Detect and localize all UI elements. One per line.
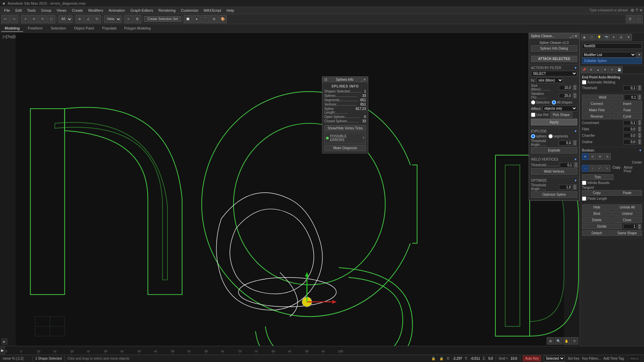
color-btn[interactable]: 🎨	[219, 15, 227, 23]
sc-splines-radio[interactable]: splines	[531, 134, 546, 138]
material-btn[interactable]: ●	[193, 15, 201, 23]
menu-animation[interactable]: Animation	[106, 8, 128, 13]
mp-threshold-input[interactable]	[623, 85, 637, 90]
sc-var-up[interactable]: ▲	[573, 93, 577, 96]
menu-group[interactable]: Group	[38, 8, 54, 13]
viewport[interactable]: [+][Top][Wireframe]	[0, 33, 580, 346]
mirror-diag2-icon[interactable]: ⤡	[604, 165, 610, 172]
pan-btn[interactable]: ✋	[563, 337, 570, 345]
show-hide-vertex-ticks-btn[interactable]: Show/Hide Vertex Ticks	[324, 125, 366, 131]
sc-explode-info[interactable]: ▼	[574, 129, 577, 133]
sc-close-btn[interactable]: ✕	[575, 34, 577, 38]
sc-threshold-angle-input[interactable]: 0,0	[559, 140, 572, 145]
boolean-subtract-icon[interactable]: ⊖	[589, 153, 596, 160]
sc-opt-up[interactable]: ▲	[573, 184, 577, 187]
apply-btn[interactable]: Apply	[531, 119, 577, 125]
sc-size-spinner[interactable]: ▲ ▼	[573, 85, 577, 90]
mp-warp-icon[interactable]: ⊕	[618, 34, 625, 41]
mp-config-icon[interactable]: ⚙	[588, 66, 594, 73]
paste-length-checkbox[interactable]	[582, 196, 586, 201]
mp-weld-spinner[interactable]: ▲ ▼	[638, 95, 642, 100]
mp-copy2-btn[interactable]: Copy	[582, 190, 612, 196]
timeline-track[interactable]: 0 5 10 15 20 25 30 35 40 45 50	[5, 346, 644, 355]
mp-same-shape-btn[interactable]: Same Shape	[612, 230, 642, 236]
orbit-btn[interactable]: ↻	[571, 337, 578, 345]
scale-btn[interactable]: ⬡	[47, 15, 55, 23]
set-key-btn[interactable]: Set Key	[568, 357, 579, 360]
mp-weld-btn[interactable]: Weld	[582, 95, 623, 100]
tab-object-paint[interactable]: Object Paint	[71, 25, 98, 32]
sc-optimize-threshold-input[interactable]: 1,0	[559, 185, 572, 190]
menu-views[interactable]: Views	[54, 8, 69, 13]
sc-size-input[interactable]: 10,0	[559, 85, 572, 90]
mp-cycle-btn[interactable]: Cycle	[612, 114, 642, 119]
mp-delete-btn[interactable]: Delete	[582, 217, 612, 223]
menu-create[interactable]: Create	[69, 8, 86, 13]
menu-graph-editors[interactable]: Graph Editors	[128, 8, 156, 13]
filter-dropdown[interactable]: All	[58, 15, 72, 23]
mp-threshold-spinner[interactable]: ▲ ▼	[638, 85, 642, 90]
mp-unhide-all-btn[interactable]: Unhide All	[612, 204, 642, 210]
infinite-bounds-checkbox[interactable]	[582, 181, 586, 185]
modifier-list-expand[interactable]: ▼	[637, 52, 642, 58]
mp-shape-icon[interactable]: ⬡	[588, 34, 595, 41]
sc-all-shapes-radio[interactable]: All shapes	[552, 100, 572, 105]
key-mode-select[interactable]: Selected	[544, 356, 565, 361]
sc-size-down[interactable]: ▼	[573, 87, 577, 90]
lock-x-icon[interactable]: 🔒	[431, 356, 436, 361]
icon-2[interactable]: ?	[636, 8, 638, 13]
mp-helper-icon[interactable]: ✦	[610, 34, 617, 41]
editable-spline-item[interactable]: Editable Spline	[582, 58, 642, 64]
mp-hide-btn[interactable]: Hide	[582, 204, 612, 210]
make-diagnosis-btn[interactable]: Make Diagnosis	[324, 145, 366, 151]
sc-var-down[interactable]: ▼	[573, 96, 577, 98]
sc-threshold-spinner[interactable]: ▲ ▼	[573, 140, 577, 145]
mp-make-first-btn[interactable]: Make First	[582, 107, 612, 113]
mirror-vert-icon[interactable]: ↕	[589, 165, 596, 172]
sc-size-up[interactable]: ▲	[573, 85, 577, 87]
mp-bind-btn[interactable]: Bind	[582, 211, 612, 217]
explode-btn[interactable]: Explode	[531, 147, 577, 154]
modifier-list-select[interactable]: Modifier List	[582, 52, 636, 58]
sc-opt-spinner[interactable]: ▲ ▼	[573, 184, 577, 190]
sc-weld-threshold-input[interactable]: 0,1	[560, 163, 573, 168]
mirror-diag-icon[interactable]: ⤢	[597, 165, 603, 172]
sc-weld-up[interactable]: ▲	[574, 162, 578, 165]
sc-weld-spinner[interactable]: ▲ ▼	[574, 162, 578, 168]
icon-1[interactable]: ⚙	[631, 8, 634, 13]
sc-threshold-down[interactable]: ▼	[573, 143, 577, 145]
mp-close-btn[interactable]: Close	[612, 217, 642, 223]
optimize-spline-btn[interactable]: Optimize Spline	[531, 191, 577, 198]
auto-key-btn[interactable]: Auto Key	[523, 356, 541, 361]
menu-edit[interactable]: Edit	[13, 8, 24, 13]
mp-pin-icon[interactable]: 📌	[581, 66, 587, 73]
weld-vertices-btn[interactable]: Weld Vertices	[531, 168, 577, 175]
boolean-op4-icon[interactable]: ⊘	[604, 153, 611, 160]
mp-crossinsert-input[interactable]	[623, 120, 637, 125]
play-btn[interactable]: ▶	[1, 339, 7, 345]
possible-errors-help[interactable]: ?	[362, 136, 364, 140]
auto-weld-checkbox[interactable]	[582, 80, 586, 84]
sc-minimize-btn[interactable]: _	[569, 34, 571, 38]
icon-3[interactable]: ✕	[639, 8, 643, 13]
mp-paste-btn[interactable]: Paste	[612, 190, 642, 196]
sc-weld-down[interactable]: ▼	[574, 165, 578, 168]
mp-detach-btn[interactable]: Detach	[582, 230, 612, 236]
sc-optimize-info[interactable]: ▼	[574, 179, 577, 182]
sc-affect-select[interactable]: objects only	[542, 106, 577, 111]
menu-modifiers[interactable]: Modifiers	[86, 8, 106, 13]
schematic-btn[interactable]: ⊞	[210, 15, 218, 23]
undo-btn[interactable]: ↩	[1, 15, 9, 23]
mp-boolean-expand[interactable]: ▼	[639, 148, 642, 152]
mp-chamfer-spinner[interactable]: ▲ ▼	[638, 133, 642, 138]
mp-outline-spinner[interactable]: ▲ ▼	[638, 139, 642, 144]
sc-selection-radio[interactable]: Selection	[531, 100, 550, 105]
select-btn[interactable]: ↗	[21, 15, 29, 23]
reference-dropdown[interactable]: View	[104, 15, 121, 23]
curve-btn[interactable]: ⌒	[201, 15, 209, 23]
tab-selection[interactable]: Selection	[47, 25, 69, 32]
mp-connect-btn[interactable]: Connect	[582, 101, 612, 107]
layer-btn[interactable]: ≡	[124, 15, 132, 23]
mp-fuse-btn[interactable]: Fuse	[612, 107, 642, 113]
splines-info-close[interactable]: ✕	[363, 78, 366, 81]
